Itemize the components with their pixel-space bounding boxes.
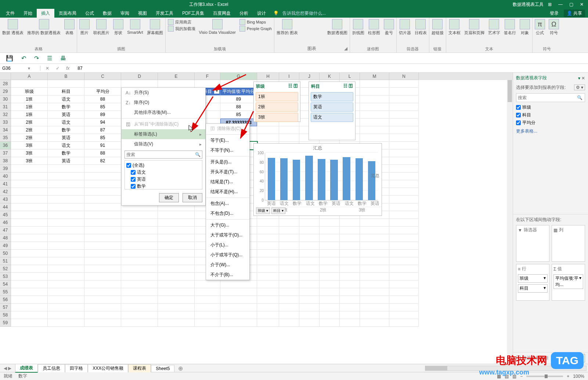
col-header[interactable]: K (320, 73, 340, 80)
sub-lt-item[interactable]: 小于(L)... (206, 240, 249, 250)
sort-asc-item[interactable]: A↓升序(S) (122, 88, 205, 98)
cell[interactable] (340, 257, 360, 265)
cell[interactable] (48, 273, 84, 281)
tab-review[interactable]: 审阅 (116, 9, 134, 18)
cell[interactable] (84, 219, 121, 227)
cell[interactable] (279, 219, 299, 227)
field-checkbox[interactable] (516, 105, 521, 110)
cell[interactable] (158, 242, 195, 250)
field-checkbox[interactable] (516, 113, 521, 117)
cell[interactable] (84, 173, 121, 180)
select-all-corner[interactable] (0, 73, 11, 80)
filter-search[interactable]: 🔍 (125, 151, 202, 159)
cancel-button[interactable]: 取消 (183, 193, 202, 202)
sub-not-contains-item[interactable]: 不包含(D)... (206, 209, 249, 218)
panel-close-icon[interactable]: ▾ (578, 76, 580, 81)
cell[interactable] (48, 281, 84, 288)
values-area[interactable]: Σ值 平均值项:平均...▾ (552, 264, 585, 301)
cell[interactable] (48, 219, 84, 227)
chart-surface-icon[interactable] (309, 35, 316, 41)
label-filter-submenu[interactable]: ⚿清除筛选(C) 等于(E)... 不等于(N)... 开头是(I)... 开头… (206, 123, 250, 280)
cell[interactable] (48, 227, 84, 234)
tab-design[interactable]: 设计 (253, 9, 270, 18)
cell[interactable] (279, 227, 299, 234)
gear-icon[interactable]: ⚙ ▾ (574, 84, 585, 90)
cell[interactable] (121, 234, 158, 242)
cell[interactable] (279, 304, 299, 311)
qat-undo-icon[interactable]: ↶ (21, 55, 26, 62)
cell[interactable] (299, 319, 320, 327)
cell[interactable] (11, 234, 48, 242)
chart-bar[interactable] (356, 158, 363, 200)
cell[interactable] (84, 319, 121, 327)
symbol-button[interactable]: Ω符号 (549, 19, 559, 36)
cell[interactable] (279, 311, 299, 319)
cell[interactable] (195, 281, 220, 288)
ok-button[interactable]: 确定 (159, 193, 179, 202)
charts-dialog-launcher[interactable]: ◢ (344, 46, 347, 51)
cell[interactable] (195, 304, 220, 311)
online-pictures-button[interactable]: 联机图片 (93, 19, 109, 36)
cell[interactable]: 数学 (48, 103, 84, 111)
store-button[interactable]: 应用商店 (168, 19, 195, 25)
cell[interactable] (48, 311, 84, 319)
cell[interactable] (257, 273, 279, 281)
cell[interactable] (389, 219, 419, 227)
cell[interactable]: 英语 (48, 111, 84, 119)
cell[interactable] (389, 126, 419, 134)
filters-area[interactable]: ▼筛选器 (516, 225, 549, 262)
check-item[interactable] (131, 170, 136, 175)
cell[interactable] (84, 273, 121, 281)
cell[interactable] (257, 227, 279, 234)
sheet-tab[interactable]: XXX公司销售额 (88, 364, 128, 372)
cell[interactable] (360, 273, 389, 281)
row-header[interactable]: 55 (0, 288, 11, 296)
cell[interactable] (389, 157, 419, 165)
cell[interactable] (320, 281, 340, 288)
row-header[interactable]: 57 (0, 304, 11, 311)
sparkline-column-button[interactable]: 柱形图 (368, 19, 380, 36)
cell[interactable] (121, 219, 158, 227)
cell[interactable]: 89 (220, 95, 257, 103)
row-header[interactable]: 31 (0, 103, 11, 111)
cell[interactable] (158, 80, 195, 88)
cell[interactable] (360, 80, 389, 88)
cell[interactable] (320, 319, 340, 327)
cell[interactable] (84, 242, 121, 250)
cell[interactable] (320, 242, 340, 250)
sub-lte-item[interactable]: 小于或等于(Q)... (206, 250, 249, 260)
cell[interactable] (360, 242, 389, 250)
cell[interactable] (195, 80, 220, 88)
row-header[interactable]: 51 (0, 257, 11, 265)
more-sort-item[interactable]: 其他排序选项(M)... (122, 108, 205, 117)
cell[interactable] (299, 273, 320, 281)
cell[interactable] (11, 219, 48, 227)
cell[interactable] (84, 296, 121, 304)
col-header[interactable]: M (360, 73, 389, 80)
row-header[interactable]: 35 (0, 134, 11, 142)
cell[interactable]: 89 (84, 111, 121, 119)
cell[interactable] (360, 88, 389, 95)
row-header[interactable]: 58 (0, 311, 11, 319)
panel-close-icon[interactable]: ✕ (581, 76, 585, 81)
cell[interactable] (121, 288, 158, 296)
cell[interactable] (121, 273, 158, 281)
col-header[interactable]: G (220, 73, 257, 80)
cell[interactable] (340, 234, 360, 242)
cell[interactable] (320, 250, 340, 257)
share-button[interactable]: 👤 共享 (564, 10, 585, 17)
chart-bar[interactable] (268, 158, 275, 200)
cell[interactable] (257, 281, 279, 288)
tell-me-input[interactable]: 告诉我您想要做什么... (282, 10, 326, 17)
cell[interactable] (195, 311, 220, 319)
pictures-button[interactable]: 图片 (79, 19, 90, 36)
cell[interactable]: 88 (84, 95, 121, 103)
cell[interactable] (360, 257, 389, 265)
row-header[interactable]: 37 (0, 149, 11, 157)
worksheet-grid[interactable]: A B C D E F G H I J K L M N 282930313233… (0, 73, 513, 364)
cell[interactable] (220, 80, 257, 88)
sub-contains-item[interactable]: 包含(A)... (206, 199, 249, 209)
cell[interactable] (389, 242, 419, 250)
cell[interactable] (389, 165, 419, 173)
cell[interactable] (389, 111, 419, 119)
